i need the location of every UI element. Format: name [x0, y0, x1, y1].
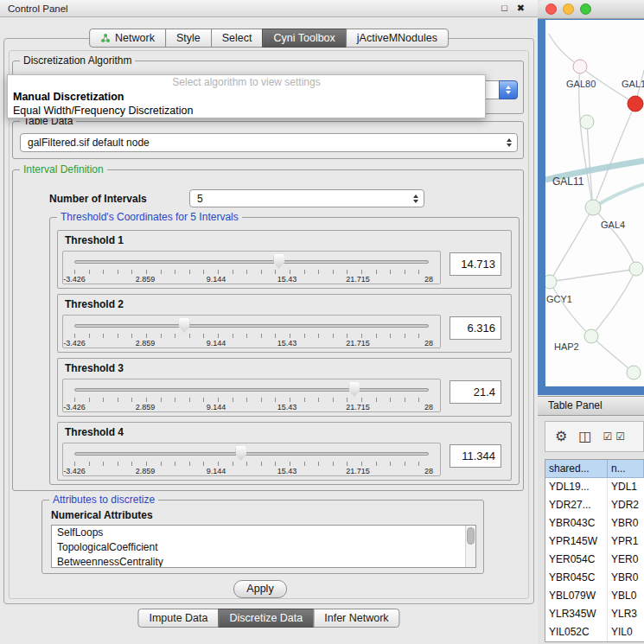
- cell[interactable]: YBR045C: [545, 569, 608, 587]
- cell[interactable]: YBR0: [608, 569, 644, 587]
- checkbox-icon[interactable]: ☑: [615, 431, 625, 442]
- threshold-3-panel: Threshold 3 -3.4262.8599.14415.4321.7152…: [57, 358, 512, 417]
- column-header-shared-name[interactable]: shared...: [545, 460, 608, 478]
- slider-box: -3.4262.8599.14415.4321.71528: [62, 315, 441, 348]
- apply-button[interactable]: Apply: [233, 580, 287, 598]
- cell[interactable]: YER054C: [545, 551, 608, 569]
- tab-impute-data[interactable]: Impute Data: [137, 609, 219, 628]
- list-item[interactable]: BetweennessCentrality: [52, 555, 475, 568]
- cell[interactable]: YBL079W: [545, 587, 608, 605]
- slider-ticks: [74, 462, 429, 466]
- cell[interactable]: YER0: [608, 551, 644, 569]
- attributes-group-title: Attributes to discretize: [49, 494, 158, 506]
- cell[interactable]: YDL19...: [545, 478, 608, 496]
- table-row[interactable]: YIL052C YIL0: [545, 623, 644, 641]
- tab-style[interactable]: Style: [165, 29, 212, 48]
- cell[interactable]: YDR27...: [545, 496, 608, 514]
- cell[interactable]: YBL0: [608, 587, 644, 605]
- cell[interactable]: YIL0: [608, 623, 644, 641]
- column-header-name[interactable]: n...: [608, 460, 644, 478]
- threshold-3-slider[interactable]: [74, 382, 429, 398]
- threshold-1-slider[interactable]: [74, 254, 429, 270]
- close-window-icon[interactable]: ✖: [517, 3, 525, 13]
- combobox-stepper[interactable]: [499, 80, 518, 99]
- table-row[interactable]: YLR345W YLR3: [545, 605, 644, 623]
- dropdown-option-equal-width-frequency[interactable]: Equal Width/Frequency Discretization: [8, 104, 485, 118]
- table-row[interactable]: YER054C YER0: [545, 551, 644, 569]
- node[interactable]: [629, 262, 643, 276]
- checkbox-icon[interactable]: ☑: [603, 431, 612, 442]
- scrollbar-thumb[interactable]: [467, 527, 475, 545]
- network-canvas[interactable]: GAL80 GAL1 GAL11 GAL4 GCY1 HAP2: [545, 20, 644, 386]
- tab-jactivemnodules[interactable]: jActiveMNodules: [346, 29, 449, 48]
- attributes-list[interactable]: SelfLoops TopologicalCoefficient Between…: [51, 525, 476, 568]
- threshold-4-slider[interactable]: [74, 446, 429, 462]
- node-gal80[interactable]: [573, 60, 587, 73]
- close-traffic-light[interactable]: [545, 3, 557, 15]
- selected-red-node[interactable]: [628, 96, 643, 112]
- dropdown-placeholder: Select algorithm to view settings: [8, 75, 485, 90]
- scale-label: 2.859: [136, 339, 156, 348]
- table-row[interactable]: YBL079W YBL0: [545, 587, 644, 605]
- table-row[interactable]: YPR145W YPR1: [545, 532, 644, 551]
- threshold-3-value-field[interactable]: 21.4: [450, 380, 501, 404]
- cell[interactable]: YLR3: [608, 605, 644, 623]
- slider-track[interactable]: [74, 260, 429, 264]
- tab-infer-network[interactable]: Infer Network: [313, 609, 399, 628]
- columns-icon[interactable]: ◫: [578, 430, 591, 443]
- tab-label: Cyni Toolbox: [273, 32, 335, 44]
- slider-thumb[interactable]: [348, 382, 360, 397]
- zoom-traffic-light[interactable]: [580, 3, 591, 15]
- gear-icon[interactable]: ⚙: [555, 430, 567, 443]
- minimize-traffic-light[interactable]: [563, 3, 574, 15]
- cell[interactable]: YDL1: [608, 478, 644, 496]
- tab-select[interactable]: Select: [211, 29, 264, 48]
- table-row[interactable]: YBR043C YBR0: [545, 514, 644, 532]
- slider-thumb[interactable]: [235, 446, 246, 461]
- table-row[interactable]: YDR27... YDR2: [545, 496, 644, 514]
- cell[interactable]: YIL052C: [545, 623, 608, 641]
- threshold-4-value-field[interactable]: 11.344: [450, 444, 501, 468]
- node-hap2[interactable]: [584, 329, 598, 343]
- dropdown-option-manual-discretization[interactable]: Manual Discretization: [8, 90, 485, 104]
- cell[interactable]: YBR0: [608, 514, 644, 532]
- stepper-arrows-icon: [413, 194, 418, 203]
- cell[interactable]: YBR043C: [545, 514, 608, 532]
- table-data-value: galFiltered.sif default node: [28, 135, 150, 151]
- node[interactable]: [580, 115, 594, 129]
- cell[interactable]: YPR1: [608, 532, 644, 551]
- slider-track[interactable]: [74, 388, 429, 392]
- float-window-icon[interactable]: □: [501, 3, 507, 13]
- list-item[interactable]: SelfLoops: [52, 526, 475, 540]
- table-toolbar: ⚙ ◫ ☑ ☑: [545, 421, 644, 452]
- scale-label: 9.144: [207, 403, 226, 411]
- list-item[interactable]: TopologicalCoefficient: [52, 540, 475, 555]
- threshold-1-panel: Threshold 1 -3.4262.8599.14415.4321.7152…: [57, 230, 512, 289]
- cell[interactable]: YDR2: [608, 496, 644, 514]
- table-data-combobox[interactable]: galFiltered.sif default node: [20, 133, 518, 152]
- scale-label: 21.715: [346, 403, 370, 411]
- threshold-1-value-field[interactable]: 14.713: [450, 252, 501, 276]
- table-row[interactable]: YDL19... YDL1: [545, 478, 644, 496]
- slider-thumb[interactable]: [179, 318, 190, 333]
- table-row[interactable]: YBR045C YBR0: [545, 569, 644, 587]
- node-gcy1[interactable]: [545, 275, 557, 289]
- tab-cyni-toolbox[interactable]: Cyni Toolbox: [262, 29, 346, 48]
- scale-label: 28: [424, 403, 433, 411]
- slider-track[interactable]: [74, 452, 429, 456]
- cell[interactable]: YLR345W: [545, 605, 608, 623]
- node[interactable]: [627, 366, 641, 379]
- threshold-2-slider[interactable]: [74, 318, 429, 334]
- node-gal4[interactable]: [585, 200, 601, 215]
- slider-track[interactable]: [74, 324, 429, 328]
- threshold-2-value-field[interactable]: 6.316: [450, 316, 501, 340]
- slider-thumb[interactable]: [273, 254, 284, 269]
- list-scrollbar[interactable]: [465, 526, 475, 567]
- cell[interactable]: YPR145W: [545, 532, 608, 551]
- network-tab-icon: [100, 33, 111, 43]
- num-intervals-combobox[interactable]: 5: [189, 189, 424, 207]
- scale-label: 9.144: [207, 339, 226, 348]
- control-panel-titlebar: Control Panel □ ✖: [0, 0, 538, 17]
- tab-discretize-data[interactable]: Discretize Data: [219, 609, 315, 628]
- tab-network[interactable]: Network: [89, 29, 166, 48]
